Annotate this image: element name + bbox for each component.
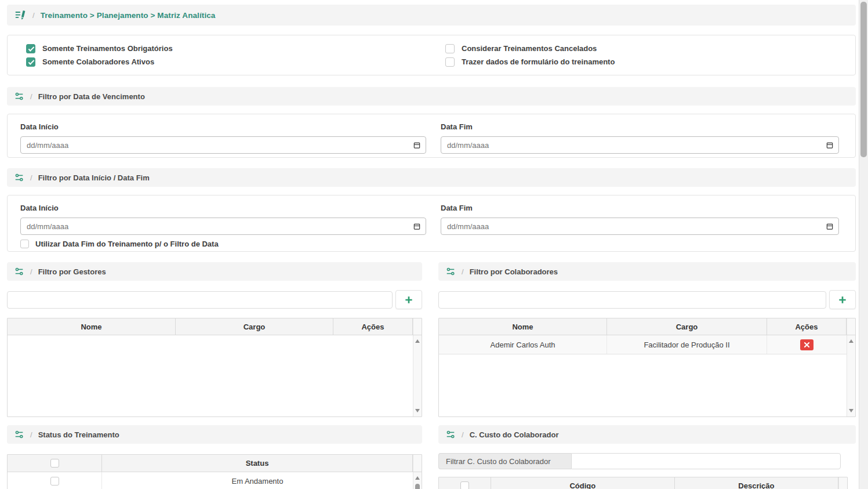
select-all-checkbox[interactable] (460, 481, 469, 489)
row-checkbox-em-andamento[interactable] (50, 477, 59, 486)
vencimento-data-inicio-input[interactable] (20, 136, 426, 154)
section-separator: / (30, 267, 32, 276)
gestores-table-header: Nome Cargo Ações (8, 318, 422, 335)
gestores-table-scrollbar[interactable] (413, 335, 422, 416)
data-inicio-label: Data Início (20, 122, 426, 131)
checkbox-somente-obrigatorios[interactable] (26, 44, 35, 53)
option-label: Trazer dados de formulário do treinament… (462, 57, 615, 66)
section-header-inicio-fim: / Filtro por Data Início / Data Fim (7, 168, 856, 187)
colaboradores-search-row (438, 290, 856, 309)
cell-select (8, 472, 102, 489)
close-icon (804, 342, 809, 347)
filter-sliders-icon (14, 172, 24, 183)
scroll-up-icon[interactable] (849, 339, 854, 343)
ccusto-filter-label: Filtrar C. Custo do Colaborador (438, 453, 571, 469)
page-scrollbar[interactable] (859, 0, 868, 489)
breadcrumb-separator: / (32, 11, 35, 20)
section-title: C. Custo do Colaborador (470, 430, 559, 439)
options-left-column: Somente Treinamentos Obrigatórios Soment… (26, 44, 445, 67)
colaboradores-search-input[interactable] (438, 291, 826, 309)
colaboradores-table: Nome Cargo Ações Ademir Carlos Auth Faci… (438, 318, 856, 417)
option-label: Considerar Treinamentos Cancelados (462, 44, 597, 53)
gestores-search-input[interactable] (7, 291, 393, 309)
cell-status: Em Andamento (102, 472, 413, 489)
remove-colaborador-button[interactable] (800, 339, 813, 350)
status-table-header: Status (8, 455, 422, 472)
checkbox-considerar-cancelados[interactable] (445, 44, 455, 53)
filter-sliders-icon (445, 266, 456, 277)
gestores-table: Nome Cargo Ações (7, 318, 422, 417)
option-trazer-formulario: Trazer dados de formulário do treinament… (445, 57, 615, 67)
plus-icon (838, 295, 847, 305)
section-separator: / (30, 92, 32, 101)
option-label: Somente Colaboradores Ativos (42, 57, 154, 66)
table-row-colaborador: Ademir Carlos Auth Facilitador de Produç… (439, 335, 847, 354)
status-table-scrollbar[interactable] (413, 472, 422, 489)
cell-cargo: Facilitador de Produção II (607, 335, 767, 354)
option-utilizar-data-fim: Utilizar Data Fim do Treinamento p/ o Fi… (20, 240, 426, 248)
section-header-vencimento: / Filtro por Data de Vencimento (7, 87, 856, 106)
filter-sliders-icon (14, 429, 24, 440)
cell-acoes (767, 335, 847, 354)
status-ccusto-row: / Status do Treinamento Status (7, 425, 856, 489)
gestores-block: / Filtro por Gestores Nome Cargo Ações (7, 262, 422, 417)
colaboradores-table-scrollbar[interactable] (847, 335, 855, 416)
data-inicio-label: Data Início (20, 204, 426, 212)
options-panel: Somente Treinamentos Obrigatórios Soment… (7, 35, 856, 75)
column-header-acoes: Ações (767, 318, 847, 335)
ccusto-block: / C. Custo do Colaborador Filtrar C. Cus… (438, 425, 856, 489)
breadcrumb: / Treinamento > Planejamento > Matriz An… (7, 5, 856, 26)
header-scroll-spacer (413, 455, 422, 472)
option-somente-ativos: Somente Colaboradores Ativos (26, 57, 445, 67)
section-title: Filtro por Gestores (38, 267, 106, 276)
cell-nome: Ademir Carlos Auth (439, 335, 607, 354)
scroll-down-icon[interactable] (849, 409, 854, 412)
scroll-up-icon[interactable] (415, 476, 420, 480)
section-header-gestores: / Filtro por Gestores (7, 262, 422, 281)
gestores-search-row (7, 290, 422, 309)
column-header-cargo: Cargo (176, 318, 333, 335)
ccusto-filter-group: Filtrar C. Custo do Colaborador (438, 453, 841, 469)
column-header-acoes: Ações (333, 318, 413, 335)
filter-sliders-icon (445, 429, 456, 440)
section-title: Filtro por Data Início / Data Fim (38, 173, 150, 182)
column-header-nome: Nome (439, 318, 607, 335)
column-header-select-all (439, 477, 491, 489)
status-table-body: Em Andamento (8, 472, 422, 489)
select-all-checkbox[interactable] (50, 459, 59, 468)
option-label: Utilizar Data Fim do Treinamento p/ o Fi… (35, 240, 219, 248)
inicio-fim-panel: Data Início Utilizar Data Fim do Treinam… (7, 195, 856, 252)
options-right-column: Considerar Treinamentos Cancelados Traze… (445, 44, 615, 67)
checkbox-trazer-formulario[interactable] (445, 57, 455, 67)
status-block: / Status do Treinamento Status (7, 425, 422, 489)
gestores-add-button[interactable] (395, 290, 422, 309)
column-header-codigo: Código (491, 477, 675, 489)
scroll-thumb[interactable] (415, 484, 420, 489)
section-title: Filtro por Data de Vencimento (38, 92, 145, 101)
page-scroll-thumb[interactable] (860, 2, 867, 157)
ccusto-table-header: Código Descrição (439, 477, 847, 489)
ccusto-filter-input[interactable] (571, 453, 841, 469)
inicio-fim-data-fim-input[interactable] (441, 218, 839, 235)
colaboradores-table-body: Ademir Carlos Auth Facilitador de Produç… (439, 335, 855, 416)
inicio-fim-fim-field: Data Fim (441, 202, 839, 243)
column-header-status: Status (102, 455, 413, 472)
checkbox-somente-ativos[interactable] (26, 57, 35, 67)
header-scroll-spacer (847, 318, 855, 335)
section-title: Status do Treinamento (38, 430, 119, 439)
scroll-up-icon[interactable] (415, 339, 420, 343)
colaboradores-add-button[interactable] (829, 290, 856, 309)
vencimento-panel: Data Início Data Fim (7, 114, 856, 158)
ccusto-table: Código Descrição (438, 477, 848, 489)
data-fim-label: Data Fim (441, 122, 839, 131)
filter-sliders-icon (14, 91, 24, 102)
vencimento-data-fim-input[interactable] (441, 136, 839, 154)
column-header-select-all (8, 455, 102, 472)
column-header-descricao: Descrição (675, 477, 838, 489)
option-label: Somente Treinamentos Obrigatórios (42, 44, 173, 53)
scroll-down-icon[interactable] (415, 409, 420, 412)
checkbox-utilizar-data-fim[interactable] (20, 240, 29, 248)
inicio-fim-data-inicio-input[interactable] (20, 218, 426, 235)
colaboradores-table-header: Nome Cargo Ações (439, 318, 855, 335)
data-fim-label: Data Fim (441, 204, 839, 212)
